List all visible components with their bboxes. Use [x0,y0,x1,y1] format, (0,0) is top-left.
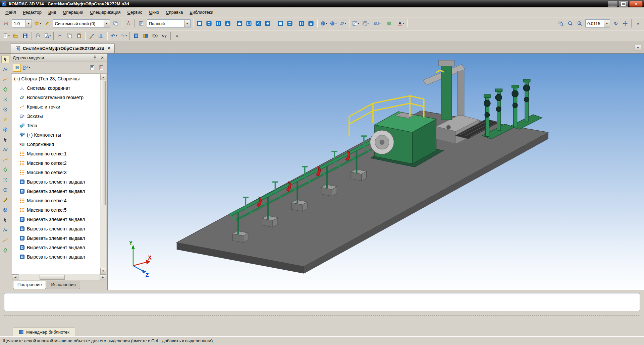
tree-item[interactable]: Вырезать элемент выдавл [12,233,100,243]
tree-tab-inactive[interactable]: Исполнения [47,281,80,289]
tree-item[interactable]: Массив по сетке:5 [12,205,100,215]
tree-item[interactable]: Вырезать элемент выдавл [12,224,100,233]
print-preview-button[interactable]: ▾ [43,31,52,40]
tree-item[interactable]: Тела [12,121,100,130]
pencil-edit-button[interactable] [43,19,52,28]
dropdown-arrow-icon[interactable]: ▼ [604,20,610,27]
solid-tool-button[interactable] [1,176,9,184]
dropdown-arrow-icon[interactable]: ▾ [29,66,30,69]
tree-item[interactable]: Эскизы [12,112,100,121]
wireframe-button[interactable] [276,19,285,28]
step-combo[interactable]: 0.0115▼ [585,19,610,27]
dropdown-arrow-icon[interactable]: ▾ [116,34,117,38]
zoom-window-button[interactable] [556,19,565,28]
section-view-button[interactable]: ▾ [351,19,360,28]
circle-tool-button[interactable] [1,106,9,113]
menu-файл[interactable]: Файл [2,8,19,16]
fx-button[interactable]: f(x) [151,31,159,40]
point-tool-button[interactable] [1,136,9,143]
shading-mode-button[interactable]: ▾ [329,19,338,28]
section-tool-button[interactable] [1,196,9,204]
dropdown-arrow-icon[interactable]: ▾ [345,22,346,25]
minimize-button[interactable] [608,1,618,7]
tree-structure-button[interactable] [13,64,21,72]
tree-vertical-scrollbar[interactable]: ▲ ▼ [100,74,106,274]
sphere-tool-button[interactable] [1,186,9,194]
dropdown-arrow-icon[interactable]: ▾ [403,22,405,25]
spline-tool-button[interactable] [1,76,9,83]
help-pointer-button[interactable]: ↖? [160,31,169,40]
cut-scissors-button[interactable]: ✂ [56,31,64,40]
pin-panel-button[interactable] [92,55,98,61]
dimensions-style-button[interactable]: A▾ [396,19,406,28]
tree-item[interactable]: (+) Компоненты [12,130,100,140]
snap-options-button[interactable]: ▾ [33,19,42,28]
tree-item[interactable]: Вырезать элемент выдавл [12,243,100,252]
selection-filter-button[interactable] [1,56,9,63]
layer-combo[interactable]: Системный слой (0)▼ [53,19,110,27]
sketch-tool-button[interactable] [1,66,9,73]
copy-button[interactable] [65,31,74,40]
view-bottom-button[interactable] [223,19,232,28]
scroll-down-icon[interactable]: ▼ [100,268,106,274]
tree-item[interactable]: Массив по сетке:2 [12,158,100,168]
scrollbar-thumb[interactable] [101,81,106,205]
menu-редактор[interactable]: Редактор [19,8,45,16]
doc-structure-button[interactable] [137,19,146,28]
scrollbar-track[interactable] [100,80,106,268]
close-button[interactable]: ✕ [629,1,643,7]
chart-tool-button[interactable] [1,166,9,174]
tree-item[interactable]: Сопряжения [12,140,100,149]
rectangle-tool-button[interactable] [1,156,9,163]
tab-list-button[interactable]: ▼ [635,45,641,51]
pencil-tool-button[interactable] [1,116,9,123]
diamond-tool-button[interactable] [1,86,9,93]
layers-manage-button[interactable] [111,19,120,28]
local-frame-button[interactable]: ▾ [361,19,370,28]
view-orientation-button[interactable]: ▾ [319,19,328,28]
menu-операции[interactable]: Операции [59,8,87,16]
undo-button[interactable]: ↶▾ [109,31,118,40]
hidden-thin-button[interactable] [297,19,306,28]
menu-справка[interactable]: Справка [162,8,186,16]
specification-button[interactable] [132,31,141,40]
report-button[interactable] [88,64,96,72]
dropdown-arrow-icon[interactable]: ▾ [379,22,381,25]
paste-button[interactable] [74,31,83,40]
zoom-scale-button[interactable] [575,19,584,28]
new-doc-button[interactable]: ▾ [2,31,11,40]
property-bar[interactable] [4,293,640,311]
document-tab[interactable]: СистИмпСмМуфтОбрСтан2К272М.a3d ✕ [11,43,115,53]
dropdown-arrow-icon[interactable]: ▾ [8,34,10,38]
scrollbar-track[interactable] [18,274,100,280]
options-tool-button[interactable] [1,247,9,254]
more-commands-button[interactable]: » [634,19,642,28]
spreadsheet-button[interactable] [97,31,105,40]
compass-button[interactable] [124,19,133,28]
view-dimetric-button[interactable] [263,19,272,28]
refresh-view-button[interactable]: ↻ [611,19,620,28]
tree-horizontal-scrollbar[interactable]: ◀ ▶ [12,274,106,280]
points-array-tool-button[interactable] [1,96,9,103]
dropdown-arrow-icon[interactable]: ▾ [326,22,327,25]
array-tool-button[interactable] [1,206,9,214]
save-button[interactable] [21,31,30,40]
tree-item[interactable]: Вырезать элемент выдавл [12,252,100,262]
measure-tool-button[interactable] [1,126,9,133]
move-tool-button[interactable] [1,226,9,234]
leader-tool-button[interactable] [1,146,9,153]
tree-tab-active[interactable]: Построение [13,281,46,289]
menu-библиотеки[interactable]: Библиотеки [186,8,216,16]
projection-button[interactable]: ▾ [338,19,347,28]
open-folder-button[interactable] [11,31,20,40]
dropdown-arrow-icon[interactable]: ▾ [335,22,337,25]
tab-close-icon[interactable]: ✕ [107,46,110,51]
tree-item[interactable]: Кривые и точки [12,102,100,112]
print-button[interactable] [34,31,42,40]
tree-item[interactable]: Вырезать элемент выдавл [12,187,100,196]
tree-item[interactable]: Вспомогательная геометр [12,93,100,102]
redo-button[interactable]: ↷▾ [119,31,128,40]
dropdown-arrow-icon[interactable]: ▾ [126,34,127,38]
tree-item[interactable]: Вырезать элемент выдавл [12,215,100,224]
restore-button[interactable] [619,1,628,7]
